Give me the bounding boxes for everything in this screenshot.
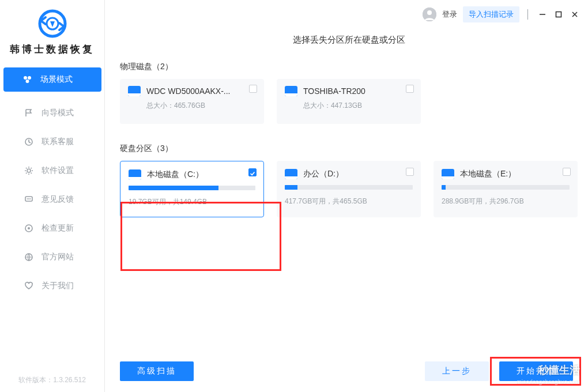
content: 选择丢失分区所在硬盘或分区 物理磁盘（2） WDC WD5000AAKX-...… (105, 29, 588, 350)
nav-label: 意见反馈 (42, 194, 74, 205)
app-logo-icon (35, 9, 70, 38)
main: 登录 导入扫描记录 选择丢失分区所在硬盘或分区 物理磁盘（2） WDC WD50… (105, 0, 588, 392)
import-scan-record[interactable]: 导入扫描记录 (463, 6, 519, 22)
svg-point-12 (28, 227, 30, 229)
usage-bar (285, 185, 413, 190)
nav-scene-mode[interactable]: 场景模式 (3, 67, 101, 92)
nav-wizard-mode[interactable]: 向导模式 (0, 99, 104, 127)
disk-name: TOSHIBA-TR200 (303, 86, 365, 96)
svg-point-9 (28, 198, 29, 199)
hdd-icon (285, 86, 297, 96)
nav-about[interactable]: 关于我们 (0, 272, 104, 300)
usage-bar (442, 185, 570, 190)
physical-disk-row: WDC WD5000AAKX-... 总大小：465.76GB TOSHIBA-… (120, 79, 578, 124)
checkbox[interactable] (249, 85, 257, 93)
nav-label: 软件设置 (42, 165, 74, 176)
nav-official-site[interactable]: 官方网站 (0, 243, 104, 272)
partition-card-e[interactable]: 本地磁盘（E:） 288.9GB可用，共296.7GB (434, 161, 578, 217)
close-icon[interactable] (571, 10, 579, 18)
checkbox[interactable] (406, 85, 414, 93)
partition-free: 417.7GB可用，共465.5GB (285, 197, 413, 206)
footer: 高级扫描 上一步 开始扫描 (105, 350, 588, 392)
disk-size: 总大小：465.76GB (146, 101, 256, 111)
hdd-icon (129, 169, 141, 180)
nav-feedback[interactable]: 意见反馈 (0, 185, 104, 214)
page-title: 选择丢失分区所在硬盘或分区 (120, 35, 578, 46)
minimize-icon[interactable] (538, 10, 546, 18)
flag-icon (24, 108, 33, 118)
globe-icon (24, 252, 33, 262)
partition-name: 办公（D:） (303, 169, 344, 179)
svg-point-4 (25, 80, 29, 83)
nav-label: 关于我们 (42, 281, 74, 291)
hdd-icon (442, 169, 454, 179)
start-scan-button[interactable]: 开始扫描 (499, 361, 573, 381)
gear-icon (24, 166, 33, 175)
prev-button[interactable]: 上一步 (425, 361, 489, 381)
svg-point-15 (427, 10, 432, 15)
partition-name: 本地磁盘（E:） (460, 169, 516, 179)
partition-card-d[interactable]: 办公（D:） 417.7GB可用，共465.5GB (277, 161, 421, 217)
update-icon (24, 224, 33, 233)
checkbox[interactable] (563, 168, 571, 176)
hdd-icon (285, 169, 297, 179)
usage-bar (129, 186, 255, 190)
partition-card-c[interactable]: 本地磁盘（C:） 19.7GB可用，共149.4GB (120, 161, 264, 217)
disk-name: WDC WD5000AAKX-... (146, 86, 230, 96)
svg-rect-16 (556, 12, 561, 17)
sidebar: 韩博士数据恢复 场景模式 向导模式 联系客服 软件设置 意见反馈 (0, 0, 105, 392)
nav-label: 向导模式 (42, 108, 74, 118)
partition-name: 本地磁盘（C:） (147, 169, 203, 180)
nav-settings[interactable]: 软件设置 (0, 156, 104, 185)
svg-point-6 (27, 169, 31, 172)
partition-row: 本地磁盘（C:） 19.7GB可用，共149.4GB 办公（D:） 417.7G… (120, 161, 578, 217)
separator (527, 9, 528, 20)
login-link[interactable]: 登录 (442, 9, 457, 20)
nav-label: 场景模式 (40, 74, 73, 85)
chat-icon (24, 195, 33, 204)
nav-check-update[interactable]: 检查更新 (0, 214, 104, 243)
heart-icon (24, 281, 33, 291)
titlebar: 登录 导入扫描记录 (105, 0, 588, 29)
partition-free: 19.7GB可用，共149.4GB (129, 197, 255, 207)
partition-free: 288.9GB可用，共296.7GB (442, 197, 570, 206)
nav: 场景模式 向导模式 联系客服 软件设置 意见反馈 检查更新 (0, 67, 104, 368)
nav-label: 检查更新 (42, 223, 74, 233)
partition-label: 硬盘分区（3） (120, 144, 578, 154)
brand: 韩博士数据恢复 (0, 0, 104, 62)
nav-label: 联系客服 (42, 137, 74, 147)
nav-label: 官方网站 (42, 252, 74, 262)
svg-point-8 (27, 198, 28, 199)
physical-disk-label: 物理磁盘（2） (120, 62, 578, 72)
scene-icon (23, 75, 32, 84)
avatar-icon[interactable] (423, 7, 436, 21)
headset-icon (24, 137, 33, 146)
checkbox[interactable] (406, 168, 414, 176)
checkbox-checked[interactable] (248, 168, 257, 176)
svg-point-2 (24, 76, 27, 80)
svg-point-3 (28, 76, 31, 80)
advanced-scan-button[interactable]: 高级扫描 (120, 361, 194, 381)
nav-contact-support[interactable]: 联系客服 (0, 127, 104, 156)
disk-card[interactable]: TOSHIBA-TR200 总大小：447.13GB (277, 79, 421, 124)
hdd-icon (128, 86, 141, 96)
svg-point-10 (30, 198, 31, 199)
disk-card[interactable]: WDC WD5000AAKX-... 总大小：465.76GB (120, 79, 264, 124)
version-label: 软件版本：1.3.26.512 (0, 368, 104, 392)
disk-size: 总大小：447.13GB (303, 101, 413, 111)
brand-name: 韩博士数据恢复 (0, 43, 104, 56)
maximize-icon[interactable] (555, 10, 563, 18)
